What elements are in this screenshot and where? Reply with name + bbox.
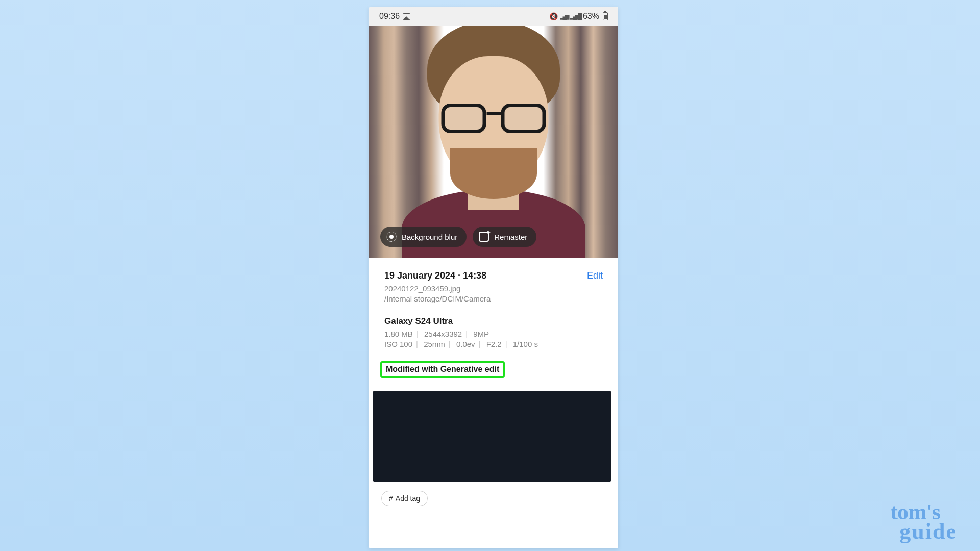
remaster-button[interactable]: Remaster <box>473 227 536 247</box>
remaster-label: Remaster <box>494 233 527 241</box>
generative-edit-badge: Modified with Generative edit <box>380 361 505 378</box>
add-tag-button[interactable]: # Add tag <box>381 491 428 506</box>
device-name: Galaxy S24 Ultra <box>384 316 603 327</box>
background-blur-button[interactable]: Background blur <box>380 227 467 247</box>
map-preview[interactable] <box>373 391 611 482</box>
watermark-logo: tom's guide <box>890 503 957 541</box>
battery-icon <box>603 12 608 20</box>
wifi-icon: ▂▄▆ <box>560 13 568 20</box>
photo-date-time: 19 January 2024 · 14:38 <box>384 270 486 281</box>
background-blur-label: Background blur <box>402 233 457 241</box>
edit-button[interactable]: Edit <box>587 270 603 281</box>
photo-details-panel: 19 January 2024 · 14:38 Edit 20240122_09… <box>369 258 618 384</box>
signal-icon: ▂▄▆█ <box>570 13 580 20</box>
shutter-speed: 1/100 s <box>513 340 538 348</box>
image-indicator-icon <box>403 13 410 20</box>
megapixels: 9MP <box>473 330 489 338</box>
add-tag-label: Add tag <box>396 494 420 503</box>
file-size: 1.80 MB <box>384 330 413 338</box>
remaster-icon <box>479 232 489 242</box>
file-meta-row: 1.80 MB| 2544x3392| 9MP <box>384 330 603 338</box>
aperture: F2.2 <box>486 340 502 348</box>
photo-filepath: /Internal storage/DCIM/Camera <box>384 294 603 303</box>
focal-length: 25mm <box>424 340 445 348</box>
photo-preview[interactable]: Background blur Remaster <box>369 26 618 258</box>
portrait-photo <box>412 26 575 258</box>
photo-filename: 20240122_093459.jpg <box>384 284 603 293</box>
hash-icon: # <box>389 494 393 503</box>
ev: 0.0ev <box>456 340 475 348</box>
mute-icon: 🔇 <box>549 12 558 20</box>
status-bar: 09:36 🔇 ▂▄▆ ▂▄▆█ 63% <box>369 7 618 26</box>
battery-percent: 63% <box>583 12 599 21</box>
phone-screenshot: 09:36 🔇 ▂▄▆ ▂▄▆█ 63% Background blur <box>369 7 618 548</box>
camera-meta-row: ISO 100| 25mm| 0.0ev| F2.2| 1/100 s <box>384 340 603 348</box>
resolution: 2544x3392 <box>424 330 462 338</box>
iso: ISO 100 <box>384 340 412 348</box>
blur-icon <box>386 232 397 242</box>
status-time: 09:36 <box>379 12 400 21</box>
watermark-line2: guide <box>899 522 957 541</box>
